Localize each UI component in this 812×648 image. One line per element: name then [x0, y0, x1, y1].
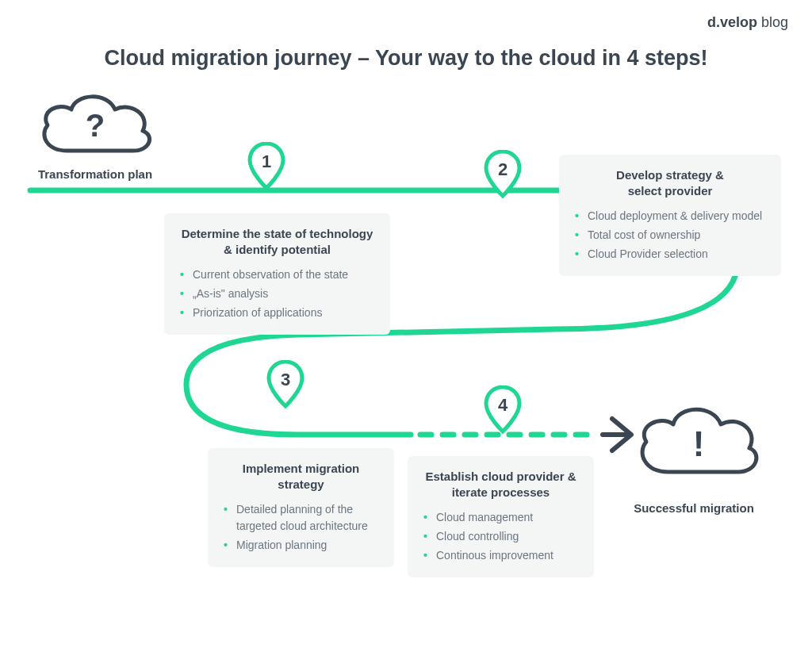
step-card-3-list: Detailed planning of the targeted cloud … [224, 501, 378, 554]
step-marker-1: 1 [247, 142, 285, 191]
end-cloud-label: Successful migration [626, 501, 761, 515]
step-number-2: 2 [484, 159, 522, 180]
list-item: Cloud controlling [423, 528, 578, 545]
page-title: Cloud migration journey – Your way to th… [0, 46, 812, 71]
cloud-end-icon: ! [630, 401, 765, 491]
svg-text:!: ! [693, 424, 705, 463]
list-item: Continous improvement [423, 547, 578, 564]
step-card-2-title: Develop strategy &select provider [575, 167, 765, 200]
cloud-start-icon: ? [32, 87, 159, 170]
step-card-3-title: Implement migrationstrategy [224, 461, 378, 493]
start-cloud-label: Transformation plan [32, 167, 159, 181]
list-item: Current observation of the state [180, 266, 374, 283]
step-card-1-list: Current observation of the state „As-is"… [180, 266, 374, 321]
step-card-1: Determine the state of technology& ident… [164, 213, 390, 335]
step-marker-2: 2 [484, 150, 522, 199]
step-card-4-title: Establish cloud provider &iterate proces… [423, 469, 578, 501]
list-item: Cloud Provider selection [575, 246, 765, 263]
list-item: Cloud deployment & delivery model [575, 208, 765, 224]
brand-light: blog [757, 14, 788, 30]
brand-strong: d.velop [707, 14, 757, 30]
step-card-2-list: Cloud deployment & delivery model Total … [575, 208, 765, 263]
step-marker-3: 3 [266, 360, 304, 409]
step-number-4: 4 [484, 395, 522, 416]
step-card-4: Establish cloud provider &iterate proces… [408, 456, 594, 577]
list-item: „As-is" analysis [180, 286, 374, 302]
list-item: Migration planning [224, 537, 378, 554]
brand-logo: d.velop blog [707, 14, 788, 31]
step-card-3: Implement migrationstrategy Detailed pla… [208, 448, 394, 567]
svg-text:?: ? [86, 108, 105, 143]
step-card-4-list: Cloud management Cloud controlling Conti… [423, 509, 578, 564]
step-card-1-title: Determine the state of technology& ident… [180, 226, 374, 259]
step-card-2: Develop strategy &select provider Cloud … [559, 155, 781, 276]
list-item: Cloud management [423, 509, 578, 526]
list-item: Priorization of applications [180, 305, 374, 321]
step-number-1: 1 [247, 151, 285, 172]
list-item: Detailed planning of the targeted cloud … [224, 501, 378, 535]
list-item: Total cost of ownership [575, 227, 765, 243]
step-marker-4: 4 [484, 385, 522, 435]
step-number-3: 3 [266, 370, 304, 390]
